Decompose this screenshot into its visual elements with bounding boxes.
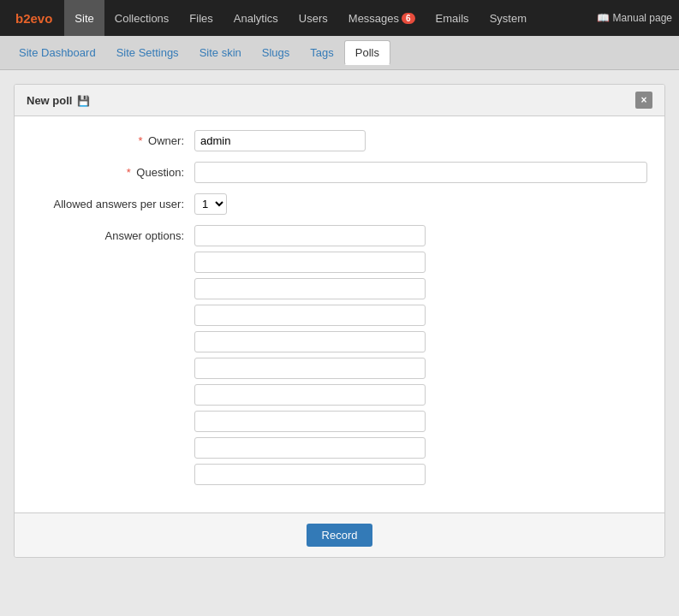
question-label: * Question: [32, 162, 194, 179]
owner-input[interactable] [194, 130, 366, 151]
allowed-answers-select[interactable]: 1 2 3 4 5 [194, 193, 227, 215]
navbar-right: 📖 Manual page [597, 12, 672, 24]
nav-emails[interactable]: Emails [426, 0, 479, 36]
question-input[interactable] [194, 162, 647, 183]
answer-input-2[interactable] [194, 252, 426, 273]
answer-input-10[interactable] [194, 464, 426, 485]
save-icon [77, 94, 90, 107]
answer-input-1[interactable] [194, 225, 426, 246]
subnav: Site Dashboard Site Settings Site skin S… [0, 36, 679, 70]
allowed-answers-label: Allowed answers per user: [32, 193, 194, 210]
required-star-question: * [127, 166, 131, 179]
owner-label: * Owner: [32, 130, 194, 147]
nav-analytics[interactable]: Analytics [223, 0, 289, 36]
panel-body: * Owner: * Question: Allowed answers per… [15, 116, 664, 512]
new-poll-panel: New poll × * Owner: * Question: [14, 84, 665, 558]
main-content: New poll × * Owner: * Question: [0, 70, 679, 572]
subnav-site-dashboard[interactable]: Site Dashboard [9, 41, 106, 64]
panel-header: New poll × [15, 85, 664, 116]
answer-input-9[interactable] [194, 437, 426, 459]
messages-badge: 6 [402, 13, 415, 24]
record-button[interactable]: Record [307, 524, 373, 547]
brand-logo[interactable]: b2evo [7, 11, 61, 26]
close-button[interactable]: × [635, 92, 652, 109]
nav-system[interactable]: System [479, 0, 537, 36]
nav-collections[interactable]: Collections [104, 0, 180, 36]
question-row: * Question: [32, 162, 647, 183]
answer-input-8[interactable] [194, 411, 426, 432]
manual-page-link[interactable]: 📖 Manual page [597, 12, 672, 24]
nav-site[interactable]: Site [64, 0, 104, 36]
answer-options-label: Answer options: [32, 225, 194, 242]
answer-input-5[interactable] [194, 331, 426, 352]
answer-options-list [194, 225, 426, 485]
top-navbar: b2evo Site Collections Files Analytics U… [0, 0, 679, 36]
subnav-site-settings[interactable]: Site Settings [106, 41, 189, 64]
answer-input-6[interactable] [194, 358, 426, 379]
allowed-answers-row: Allowed answers per user: 1 2 3 4 5 [32, 193, 647, 215]
nav-messages[interactable]: Messages 6 [338, 0, 426, 36]
answer-input-3[interactable] [194, 278, 426, 299]
nav-files[interactable]: Files [179, 0, 223, 36]
answer-input-7[interactable] [194, 384, 426, 406]
panel-footer: Record [15, 512, 664, 557]
nav-users[interactable]: Users [289, 0, 338, 36]
subnav-slugs[interactable]: Slugs [252, 41, 301, 64]
required-star: * [138, 134, 142, 147]
owner-row: * Owner: [32, 130, 647, 151]
subnav-site-skin[interactable]: Site skin [189, 41, 252, 64]
subnav-tags[interactable]: Tags [300, 41, 343, 64]
answer-input-4[interactable] [194, 305, 426, 326]
panel-title: New poll [27, 94, 90, 107]
book-icon: 📖 [597, 12, 610, 24]
answer-options-row: Answer options: [32, 225, 647, 485]
subnav-polls[interactable]: Polls [344, 40, 390, 65]
